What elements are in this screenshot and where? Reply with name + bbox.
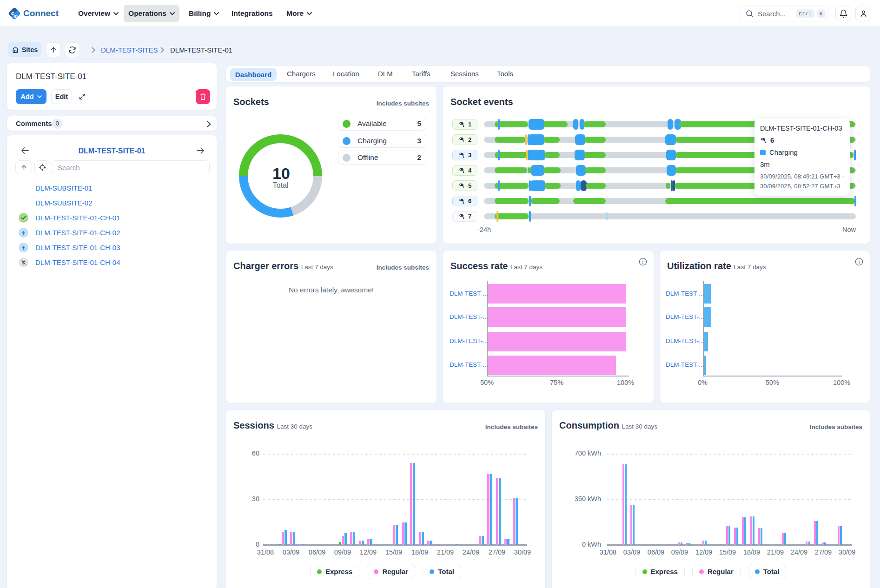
svg-text:m: m bbox=[14, 13, 18, 19]
